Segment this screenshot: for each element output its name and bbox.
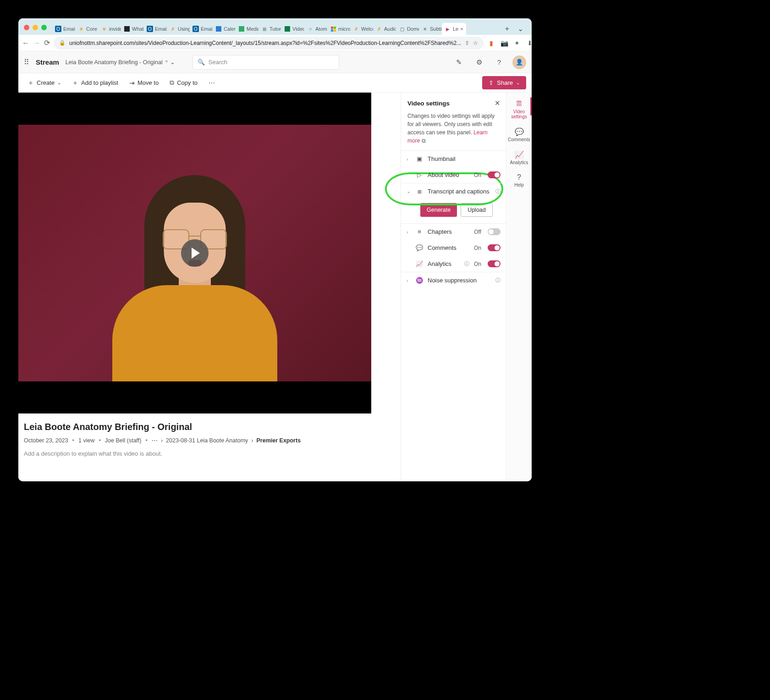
minimize-window-icon[interactable] — [33, 25, 38, 30]
back-button[interactable]: ← — [22, 37, 29, 50]
breadcrumb-current[interactable]: Premier Exports — [257, 437, 301, 444]
chevron-down-icon: ⌄ — [407, 188, 411, 194]
more-icon: ⋯ — [209, 79, 215, 87]
app-launcher-icon[interactable]: ⠿ — [24, 58, 29, 66]
browser-tab[interactable]: ✳Core t — [75, 23, 98, 35]
forward-button[interactable]: → — [33, 37, 40, 50]
section-thumbnail[interactable]: › ▣ Thumbnail — [401, 150, 506, 167]
reload-button[interactable]: ⟳ — [44, 37, 50, 50]
rail-help[interactable]: ? Help — [506, 171, 532, 190]
chevron-right-icon: › — [161, 437, 163, 444]
rail-analytics[interactable]: 📈 Analytics — [506, 148, 532, 168]
external-link-icon: ⧉ — [422, 138, 426, 144]
document-title[interactable]: Leia Boote Anatomy Briefing - Original ᵅ… — [66, 59, 175, 66]
info-icon[interactable]: ⓘ — [495, 188, 500, 195]
browser-tab[interactable]: ▢Dome — [396, 23, 419, 35]
extensions-icon[interactable]: ✦ — [513, 39, 521, 47]
more-button[interactable]: ⋯ — [205, 77, 219, 89]
browser-tab[interactable]: ✗Audio — [373, 23, 396, 35]
browser-tab[interactable]: ✳invide — [98, 23, 121, 35]
video-player[interactable] — [18, 93, 371, 413]
section-transcript[interactable]: ⌄ ≣ Transcript and captions ⓘ — [401, 183, 506, 199]
generate-button[interactable]: Generate — [420, 203, 457, 217]
feedback-icon[interactable]: ✎ — [452, 55, 466, 69]
plus-icon: ＋ — [72, 79, 78, 87]
browser-tab[interactable]: ✗Welco — [350, 23, 373, 35]
chevron-down-icon: ⌄ — [57, 80, 61, 85]
more-icon[interactable]: ⋯ — [152, 437, 158, 444]
chevron-right-icon: › — [251, 437, 253, 444]
browser-tab[interactable]: ⚛Atom — [304, 23, 327, 35]
video-author[interactable]: Joe Bell (staff) — [105, 437, 142, 444]
move-to-button[interactable]: ⇥Move to — [126, 77, 162, 89]
description-placeholder[interactable]: Add a description to explain what this v… — [24, 450, 395, 457]
rail-comments[interactable]: 💬 Comments — [506, 125, 532, 145]
comments-toggle[interactable] — [488, 244, 500, 251]
analytics-toggle[interactable] — [488, 260, 500, 267]
share-page-icon[interactable]: ⇧ — [465, 40, 469, 46]
help-icon[interactable]: ? — [492, 55, 506, 69]
chevron-down-icon: ⌄ — [516, 80, 520, 85]
analytics-icon: 📈 — [416, 260, 423, 267]
video-settings-panel: Video settings ✕ Changes to video settin… — [401, 93, 506, 481]
sliders-icon: 𝄜 — [517, 100, 522, 108]
bookmark-icon[interactable]: ☆ — [473, 40, 478, 46]
upload-button[interactable]: Upload — [461, 203, 493, 217]
new-tab-button[interactable]: + — [501, 23, 513, 35]
chapters-toggle[interactable] — [488, 228, 500, 235]
copy-to-button[interactable]: ⧉Copy to — [166, 76, 201, 89]
section-analytics[interactable]: › 📈 Analytics ⓘ On — [401, 256, 506, 272]
browser-tab[interactable]: ⊞Tutori — [258, 23, 281, 35]
chevron-right-icon: › — [407, 156, 411, 162]
browser-tab[interactable]: What — [121, 23, 144, 35]
settings-icon[interactable]: ⚙ — [472, 55, 486, 69]
info-icon[interactable]: ⓘ — [495, 277, 500, 284]
video-date: October 23, 2023 — [24, 437, 68, 444]
app-name: Stream — [36, 58, 59, 66]
app-header: ⠿ Stream Leia Boote Anatomy Briefing - O… — [18, 51, 532, 73]
help-icon: ? — [517, 173, 521, 182]
noise-icon: ♒ — [416, 277, 423, 284]
address-input[interactable]: 🔒 uniofnottm.sharepoint.com/sites/VideoP… — [54, 37, 484, 50]
browser-tab[interactable]: OEmail — [190, 23, 213, 35]
browser-tab[interactable]: micro — [327, 23, 350, 35]
browser-tab[interactable]: Calen — [213, 23, 236, 35]
browser-tab[interactable]: OEmail — [52, 23, 75, 35]
add-playlist-button[interactable]: ＋Add to playlist — [68, 76, 122, 90]
browser-tab[interactable]: Media — [236, 23, 258, 35]
rail-video-settings[interactable]: 𝄜 Video settings — [506, 97, 532, 122]
browser-tab[interactable]: ✗Using — [167, 23, 190, 35]
section-chapters[interactable]: › ≡ Chapters Off — [401, 223, 506, 240]
create-button[interactable]: ＋Create⌄ — [24, 76, 65, 90]
section-noise[interactable]: › ♒ Noise suppression ⓘ — [401, 272, 506, 288]
browser-tab[interactable]: Video — [281, 23, 304, 35]
video-title: Leia Boote Anatomy Briefing - Original — [24, 422, 395, 432]
search-input[interactable]: 🔍 Search — [192, 55, 339, 70]
breadcrumb-folder[interactable]: 2023-08-31 Leia Boote Anatomy — [166, 437, 248, 444]
browser-tab[interactable]: ✳Subtit — [419, 23, 442, 35]
video-views: 1 view — [78, 437, 94, 444]
shared-icon: ᵅ — [165, 59, 167, 65]
close-tab-icon[interactable]: × — [460, 26, 463, 32]
right-rail: 𝄜 Video settings 💬 Comments 📈 Analytics … — [506, 93, 532, 481]
info-icon[interactable]: ⓘ — [464, 260, 469, 267]
play-button[interactable] — [181, 239, 209, 267]
browser-tab[interactable]: OEmail — [144, 23, 167, 35]
section-comments[interactable]: › 💬 Comments On — [401, 240, 506, 256]
browser-tabs: OEmail ✳Core t ✳invide What OEmail ✗Usin… — [52, 23, 501, 35]
extension-icon[interactable]: ▮ — [487, 39, 495, 47]
browser-tab-active[interactable]: ▶Le× — [442, 23, 466, 35]
maximize-window-icon[interactable] — [41, 25, 47, 30]
close-window-icon[interactable] — [24, 25, 29, 30]
search-icon: 🔍 — [198, 59, 205, 66]
download-icon[interactable]: ⬇ — [526, 39, 532, 47]
section-about-video[interactable]: ▷ About video On — [401, 167, 506, 183]
tabs-overflow-icon[interactable]: ⌄ — [513, 22, 528, 35]
camera-icon[interactable]: 📷 — [500, 39, 508, 47]
close-panel-icon[interactable]: ✕ — [495, 99, 500, 107]
video-icon: ▷ — [416, 171, 423, 178]
about-video-toggle[interactable] — [488, 171, 500, 178]
chevron-down-icon: ⌄ — [170, 59, 175, 66]
share-button[interactable]: ⇪Share⌄ — [482, 76, 526, 89]
user-avatar[interactable]: 👤 — [512, 55, 526, 69]
